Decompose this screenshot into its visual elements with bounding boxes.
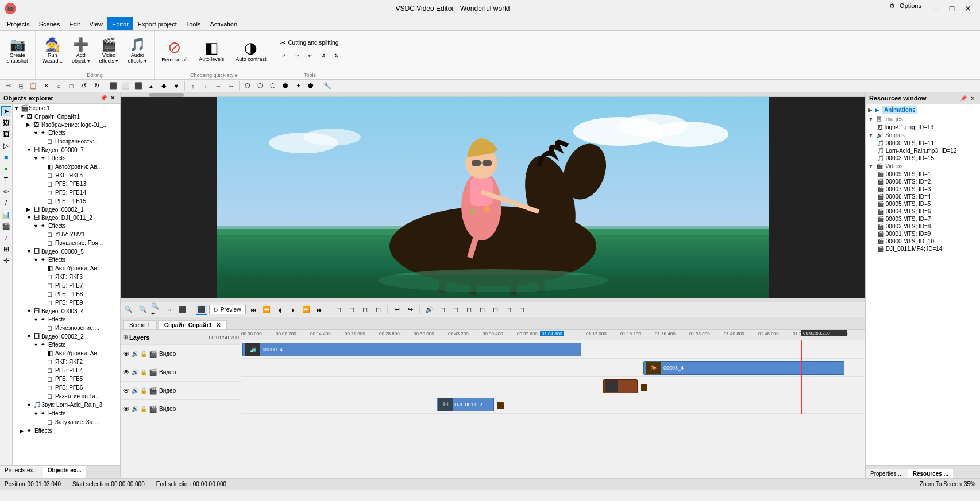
auto-contrast-button[interactable]: ◑ Auto contrast xyxy=(232,34,269,68)
tb2-shape3[interactable]: ⬡ xyxy=(267,81,279,91)
side-grid-icon[interactable]: ⊞ xyxy=(1,244,11,254)
tree-effects-snd[interactable]: ▼ ✦ Effects xyxy=(13,409,120,418)
tb2-delete[interactable]: ✕ xyxy=(40,81,52,91)
side-shape-icon[interactable]: ■ xyxy=(1,152,11,162)
tree-rgb4[interactable]: ◻ РГБ: РГБ4 xyxy=(13,366,120,375)
res-vid-8[interactable]: 🎬 00002.MTS; ID=8 xyxy=(866,223,980,230)
tl-vol[interactable]: 🔊 xyxy=(423,305,435,315)
tree-yakg3[interactable]: ◻ ЯКГ: ЯКГ3 xyxy=(13,273,120,281)
tb2-shape2[interactable]: ⬡ xyxy=(254,81,266,91)
tb2-copy[interactable]: ⎘ xyxy=(15,81,26,91)
res-section-sounds[interactable]: ▼ 🔊 Sounds xyxy=(866,131,980,139)
cutting-splitting-button[interactable]: ✂ Cutting and splitting xyxy=(277,37,342,49)
track-audio-btn-1[interactable]: 🔊 xyxy=(132,351,138,357)
timeline-tab-scene1[interactable]: Scene 1 xyxy=(123,320,157,329)
zoom-out-btn[interactable]: 🔍- xyxy=(124,305,136,315)
tree-video-dji[interactable]: ▼ 🎞 Видео: DJI_0011_2 xyxy=(13,213,120,222)
side-add-icon[interactable]: 🖼 xyxy=(1,118,11,128)
tb2-redo[interactable]: ↻ xyxy=(91,81,102,91)
tree-autolevels-22[interactable]: ◧ АвтоУровни: Ав... xyxy=(13,349,120,358)
tool-btn-1[interactable]: ↗ xyxy=(278,51,290,61)
menu-item-export-project[interactable]: Export project xyxy=(133,17,182,30)
tree-video-7[interactable]: ▼ 🎞 Видео: 00000_7 xyxy=(13,146,120,154)
tree-rgb6[interactable]: ◻ РГБ: РГБ6 xyxy=(13,383,120,392)
tree-fadeout[interactable]: ◻ Затухание: Зат... xyxy=(13,418,120,426)
tool-btn-3[interactable]: ⇤ xyxy=(304,51,316,61)
res-item-snd2[interactable]: 🎵 Lorn-Acid_Rain.mp3; ID=12 xyxy=(866,147,980,154)
side-color-icon[interactable]: ● xyxy=(1,164,11,174)
zoom-fit-btn[interactable]: 🔍 xyxy=(137,305,149,315)
tl-sel2[interactable]: ◻ xyxy=(346,305,357,315)
side-chart-icon[interactable]: 📊 xyxy=(1,209,11,220)
tl-misc1[interactable]: ⬛ xyxy=(177,305,188,315)
res-vid-4[interactable]: 🎬 00006.MTS; ID=4 xyxy=(866,193,980,200)
tb2-align-top[interactable]: ▲ xyxy=(145,81,157,91)
auto-levels-button[interactable]: ◧ Auto levels xyxy=(195,34,227,68)
tree-appearance[interactable]: ◻ Появление: Поя... xyxy=(13,239,120,247)
tl-sel1[interactable]: ◻ xyxy=(333,305,344,315)
res-item-snd3[interactable]: 🎵 00003.MTS; ID=15 xyxy=(866,154,980,162)
tree-transparency[interactable]: ◻ Прозрачность:... xyxy=(13,137,120,146)
clip-dji-main[interactable]: 🎞 DJI_0011_2 xyxy=(437,398,494,411)
track-vis-btn-3[interactable]: 👁 xyxy=(123,387,130,395)
properties-tab[interactable]: Properties ... xyxy=(866,469,908,478)
menu-item-tools[interactable]: Tools xyxy=(182,17,206,30)
tb2-select[interactable]: ○ xyxy=(53,81,64,91)
menu-item-editor[interactable]: Editor xyxy=(107,17,133,30)
tl-prev-frame[interactable]: ⏪ xyxy=(261,305,272,315)
track-audio-btn-3[interactable]: 🔊 xyxy=(132,387,138,394)
resources-tab[interactable]: Resources ... xyxy=(908,469,953,478)
tb2-undo[interactable]: ↺ xyxy=(78,81,90,91)
tl-sel3[interactable]: ◻ xyxy=(359,305,371,315)
tl-m7[interactable]: ◻ xyxy=(516,305,527,315)
res-vid-5[interactable]: 🎬 00005.MTS; ID=5 xyxy=(866,200,980,208)
clip-00000_4[interactable]: 🏄 00000_4 xyxy=(242,343,581,356)
tree-yakg5[interactable]: ◻ ЯКГ: ЯКГ5 xyxy=(13,171,120,180)
track-vis-btn-4[interactable]: 👁 xyxy=(123,405,130,413)
tb2-align-middle[interactable]: ◆ xyxy=(158,81,169,91)
res-vid-3[interactable]: 🎬 00007.MTS; ID=3 xyxy=(866,185,980,193)
side-sprite-icon[interactable]: 🎬 xyxy=(1,221,11,231)
res-section-videos[interactable]: ▼ 🎬 Videos xyxy=(866,162,980,170)
side-arrow-icon[interactable]: ➤ xyxy=(1,106,11,116)
tree-yuv1[interactable]: ◻ YUV: YUV1 xyxy=(13,230,120,239)
side-video-icon[interactable]: ▷ xyxy=(1,141,11,151)
side-move-icon[interactable]: ✛ xyxy=(1,255,11,266)
res-section-images[interactable]: ▼ 🖼 Images xyxy=(866,115,980,123)
fit-width-btn[interactable]: ↔ xyxy=(164,305,175,315)
res-vid-2[interactable]: 🎬 00008.MTS; ID=2 xyxy=(866,178,980,185)
tb2-align-left[interactable]: ⬛ xyxy=(107,81,119,91)
track-audio-btn-4[interactable]: 🔊 xyxy=(132,406,138,412)
tree-video-00002_2[interactable]: ▼ 🎞 Видео: 00002_2 xyxy=(13,332,120,340)
tree-effects-v5[interactable]: ▼ ✦ Effects xyxy=(13,255,120,264)
tl-m2[interactable]: ◻ xyxy=(450,305,461,315)
track-lock-btn-4[interactable]: 🔒 xyxy=(140,406,147,412)
tree-effects-v34[interactable]: ▼ ✦ Effects xyxy=(13,315,120,324)
res-section-animations[interactable]: ▶ ▶ Animations xyxy=(866,105,980,115)
res-item-snd1[interactable]: 🎵 00000.MTS; ID=11 xyxy=(866,139,980,147)
tb2-wrench[interactable]: 🔧 xyxy=(322,81,333,91)
tree-scene1[interactable]: ▼ 🎬 Scene 1 xyxy=(13,104,120,112)
tb2-align-center[interactable]: ⬜ xyxy=(120,81,132,91)
tb2-align-right[interactable]: ⬛ xyxy=(133,81,144,91)
tb2-shape1[interactable]: ⬡ xyxy=(242,81,253,91)
tree-rgb5[interactable]: ◻ РГБ: РГБ5 xyxy=(13,375,120,383)
add-object-button[interactable]: ➕ Addobject ▾ xyxy=(68,34,94,68)
tree-sprite1[interactable]: ▼ 🖼 Спрайт: Спрайт1 xyxy=(13,112,120,121)
menu-item-scenes[interactable]: Scenes xyxy=(34,17,65,30)
res-vid-9[interactable]: 🎬 00001.MTS; ID=9 xyxy=(866,230,980,238)
res-vid-10[interactable]: 🎬 00000.MTS; ID=10 xyxy=(866,238,980,245)
panel-close-button[interactable]: ✕ xyxy=(109,94,117,102)
audio-effects-button[interactable]: 🎵 Audioeffects ▾ xyxy=(124,34,151,68)
tb2-rect[interactable]: □ xyxy=(65,81,77,91)
tab-sprite1-close[interactable]: ✕ xyxy=(216,322,221,328)
tl-m1[interactable]: ◻ xyxy=(437,305,448,315)
side-music-icon[interactable]: ♪ xyxy=(1,232,11,243)
clip-00003_4[interactable]: 🐎 00003_4 xyxy=(643,361,844,375)
minimize-button[interactable]: ─ xyxy=(928,2,943,15)
track-vis-btn-2[interactable]: 👁 xyxy=(123,368,130,376)
res-vid-7[interactable]: 🎬 00003.MTS; ID=7 xyxy=(866,215,980,223)
tl-undo-tl[interactable]: ↩ xyxy=(391,305,403,315)
tree-yakg2[interactable]: ◻ ЯКГ: ЯКГ2 xyxy=(13,358,120,366)
menu-item-edit[interactable]: Edit xyxy=(64,17,84,30)
